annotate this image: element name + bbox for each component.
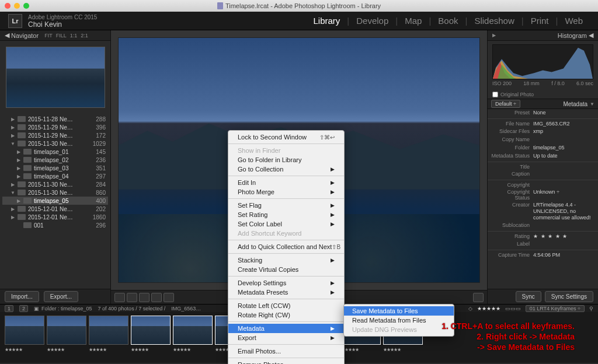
disclosure-triangle-icon[interactable] [11,125,15,130]
module-print[interactable]: Print [524,16,556,26]
folder-row[interactable]: 2015-11-30 Ne…284 [2,180,108,188]
disclosure-triangle-icon[interactable] [11,117,15,122]
disclosure-triangle-icon[interactable] [11,133,15,138]
menu-item: Show in Finder [228,146,344,155]
folder-row[interactable]: timelapse_03351 [2,164,108,172]
folder-row[interactable]: timelapse_04297 [2,172,108,180]
navigator-header[interactable]: ◀ Navigator FITFILL1:12:1 [0,30,110,41]
submenu-item[interactable]: Save Metadata to Files [344,306,454,316]
folder-row[interactable]: timelapse_05400 [2,197,108,205]
disclosure-triangle-icon[interactable] [16,149,21,155]
folder-row[interactable]: 2015-12-01 Ne…1860 [2,213,108,221]
filter-lock-icon[interactable]: ⚲ [589,306,593,312]
breadcrumb[interactable]: ▣Folder : timelapse_05 [34,306,92,312]
survey-view-icon[interactable] [151,293,162,302]
metadata-submenu: Save Metadata to FilesRead Metadata from… [343,304,454,337]
disclosure-triangle-icon[interactable] [16,198,21,204]
module-slideshow[interactable]: Slideshow [467,16,521,26]
module-develop[interactable]: Develop [349,16,395,26]
menu-item[interactable]: Remove Photos... [228,360,344,364]
export-button[interactable]: Export... [44,291,78,302]
disclosure-triangle-icon[interactable] [11,182,15,187]
sync-button[interactable]: Sync [516,291,541,302]
metadata-set-dropdown[interactable]: Default ÷ [491,100,520,108]
metadata-panel-header[interactable]: Default ÷ Metadata▼ [488,99,598,109]
filter-rating[interactable]: ★★★★★ [477,306,500,312]
sync-settings-button[interactable]: Sync Settings [545,291,593,302]
toolbar-menu-icon[interactable] [473,293,484,302]
menu-item[interactable]: Metadata▶ [228,324,344,333]
folder-icon [23,165,32,171]
menu-item[interactable]: Set Flag▶ [228,201,344,210]
folder-row[interactable]: 2015-12-01 Ne…202 [2,205,108,213]
menu-item[interactable]: Add to Quick Collection and Next⇧B [228,242,344,251]
import-button[interactable]: Import... [5,291,39,302]
menu-item[interactable]: Set Rating▶ [228,210,344,219]
navigator-preview[interactable] [0,41,110,114]
disclosure-triangle-icon[interactable] [11,215,15,220]
menu-item[interactable]: Metadata Presets▶ [228,288,344,297]
nav-zoom-fit[interactable]: FIT [44,33,53,38]
folder-row[interactable]: timelapse_02236 [2,156,108,164]
folder-row[interactable]: 2015-11-30 Ne…860 [2,188,108,197]
folder-row[interactable]: 2015-11-29 Ne…396 [2,123,108,131]
menu-item[interactable]: Photo Merge▶ [228,187,344,197]
menu-item[interactable]: Go to Collection▶ [228,164,344,174]
disclosure-triangle-icon[interactable] [11,141,15,146]
filter-preset-dropdown[interactable]: 01 LRT4 Keyframes ÷ [526,305,585,312]
module-library[interactable]: Library [306,16,347,26]
filmstrip-thumb[interactable]: ★★★★★ [131,316,171,359]
folder-row[interactable]: 2015-11-29 Ne…172 [2,131,108,139]
window-2-button[interactable]: 2 [19,305,28,312]
nav-zoom-fill[interactable]: FILL [56,33,67,38]
disclosure-triangle-icon[interactable] [11,190,15,195]
filmstrip-thumb[interactable]: ★★★★★ [89,316,128,359]
menu-item[interactable]: Rotate Left (CCW) [228,301,344,310]
filter-color-icon[interactable]: ▭▭▭ [505,306,521,312]
submenu-item[interactable]: Read Metadata from Files [344,316,454,325]
compare-view-icon[interactable] [139,293,150,302]
metadata-row: Foldertimelapse_05 [488,144,598,152]
module-map[interactable]: Map [398,16,429,26]
menu-item[interactable]: Export▶ [228,333,344,342]
menu-item[interactable]: Rotate Right (CW) [228,310,344,320]
filmstrip-thumb[interactable]: ★★★★★ [47,316,86,359]
nav-zoom-2:1[interactable]: 2:1 [81,33,88,38]
menu-item[interactable]: Go to Folder in Library [228,155,344,164]
menu-item[interactable]: Email Photos... [228,346,344,356]
disclosure-triangle-icon[interactable] [16,158,21,163]
histogram-graph[interactable] [492,44,593,79]
loupe-view-icon[interactable] [127,293,137,302]
histogram-info: ISO 20018 mmf / 8.06.0 sec [492,80,593,86]
menu-item[interactable]: Create Virtual Copies [228,265,344,274]
window-1-button[interactable]: 1 [5,305,13,312]
folder-row[interactable]: timelapse_01145 [2,148,108,156]
metadata-row: File NameIMG_6563.CR2 [488,118,598,128]
module-web[interactable]: Web [558,16,590,26]
disclosure-triangle-icon[interactable] [16,166,21,171]
original-photo-toggle[interactable]: Original Photo [488,90,598,99]
nav-zoom-levels[interactable]: FITFILL1:12:1 [44,33,88,38]
window-titlebar: Timelapse.lrcat - Adobe Photoshop Lightr… [0,0,598,12]
folder-row[interactable]: 2015-11-28 Ne…288 [2,115,108,123]
rating-stars[interactable]: ★ ★ ★ ★ ★ [533,233,594,240]
filter-flag-icon[interactable]: ◇ [468,306,472,312]
menu-item[interactable]: Edit In▶ [228,178,344,187]
folder-row[interactable]: 2015-11-30 Ne…1029 [2,139,108,148]
menu-item[interactable]: Develop Settings▶ [228,278,344,288]
disclosure-triangle-icon[interactable] [11,206,15,212]
disclosure-triangle-icon[interactable] [16,174,21,179]
context-menu: Lock to Second Window⇧⌘↩Show in FinderGo… [228,130,345,364]
people-view-icon[interactable] [164,293,174,302]
folder-row[interactable]: 001296 [2,221,108,229]
module-book[interactable]: Book [431,16,465,26]
metadata-row: Sidecar Filesxmp [488,128,598,136]
grid-view-icon[interactable] [114,293,125,302]
histogram-header[interactable]: ▶Histogram ◀ [488,30,598,41]
menu-item[interactable]: Lock to Second Window⇧⌘↩ [228,132,344,142]
menu-item[interactable]: Set Color Label▶ [228,219,344,229]
menu-item[interactable]: Stacking▶ [228,256,344,265]
filmstrip-thumb[interactable]: ★★★★★ [173,316,213,359]
filmstrip-thumb[interactable]: ★★★★★ [5,316,44,359]
nav-zoom-1:1[interactable]: 1:1 [70,33,78,38]
